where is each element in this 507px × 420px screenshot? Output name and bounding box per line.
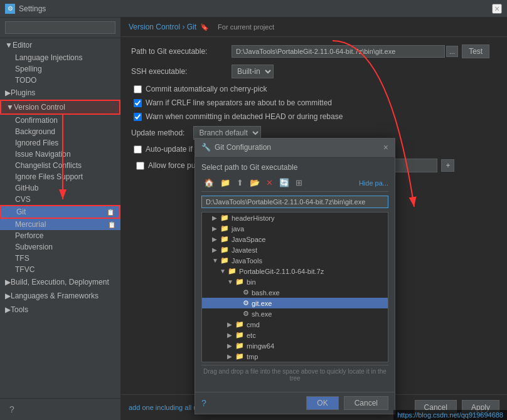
protected-add-button[interactable]: + xyxy=(441,159,454,172)
sidebar-section-version-control[interactable]: ▼ Version Control xyxy=(0,100,120,115)
tools-arrow-icon: ▶ xyxy=(5,305,11,314)
toolbar-refresh-button[interactable]: 🔄 xyxy=(277,177,292,189)
tree-item[interactable]: ▶📁mingw64 xyxy=(202,340,388,351)
breadcrumb-sep: › xyxy=(182,23,186,31)
tree-item[interactable]: ▶📁etc xyxy=(202,330,388,340)
tree-item[interactable]: ▼📁bin xyxy=(202,276,388,287)
cherry-pick-checkbox[interactable] xyxy=(134,85,142,93)
bookmark-icon: 🔖 xyxy=(200,23,209,31)
tree-item-label: bin xyxy=(247,278,256,286)
tree-item[interactable]: ▶📁java xyxy=(202,223,388,234)
tree-item[interactable]: ⚙git.exe xyxy=(202,298,388,308)
sidebar-item-cvs[interactable]: CVS xyxy=(0,194,120,205)
modal-footer: ? OK Cancel xyxy=(195,392,395,414)
path-browse-button[interactable]: ... xyxy=(446,46,458,57)
sidebar-item-background[interactable]: Background xyxy=(0,126,120,137)
sidebar-section-editor[interactable]: ▼ Editor xyxy=(0,38,120,52)
exe-icon: ⚙ xyxy=(243,299,249,307)
tools-label: Tools xyxy=(11,305,28,314)
mercurial-icon: 📋 xyxy=(108,221,115,228)
modal-help-button[interactable]: ? xyxy=(201,398,206,408)
tree-item[interactable]: ▶📁JavaSpace xyxy=(202,234,388,244)
sidebar-item-spelling[interactable]: Spelling xyxy=(0,63,120,75)
vc-label: Version Control xyxy=(14,103,65,112)
search-box[interactable] xyxy=(0,18,120,38)
window-close-button[interactable]: × xyxy=(492,4,502,14)
tree-item-label: tmp xyxy=(247,353,258,360)
breadcrumb-git: Git xyxy=(187,23,196,31)
modal-body: Select path to Git executable 🏠 📁 ⬆ 📂 ✕ … xyxy=(195,157,395,392)
breadcrumb: Version Control › Git xyxy=(129,23,196,31)
tree-item[interactable]: ▶📁cmd xyxy=(202,319,388,330)
sidebar-item-todo[interactable]: TODO xyxy=(0,75,120,86)
tree-item[interactable]: ▼📁PortableGit-2.11.0-64-bit.7z xyxy=(202,266,388,276)
lang-label: Languages & Frameworks xyxy=(11,291,99,300)
sidebar-section-plugins[interactable]: ▶ Plugins xyxy=(0,86,120,100)
cherry-pick-row: Commit automatically on cherry-pick xyxy=(131,85,497,93)
tree-arrow-icon: ▶ xyxy=(212,214,218,221)
tree-item[interactable]: ▶📁Javatest xyxy=(202,244,388,255)
tree-arrow-icon: ▶ xyxy=(227,342,233,349)
tree-item[interactable]: ▼📁JavaTools xyxy=(202,255,388,266)
toolbar-home-button[interactable]: 🏠 xyxy=(201,177,216,189)
sidebar-item-language-injections[interactable]: Language Injections xyxy=(0,52,120,63)
tree-item[interactable]: ▶📁usr xyxy=(202,362,388,362)
sidebar-section-build[interactable]: ▶ Build, Execution, Deployment xyxy=(0,275,120,289)
test-button[interactable]: Test xyxy=(462,45,489,58)
modal-header: 🔧 Git Configuration × xyxy=(195,139,395,157)
auto-update-checkbox[interactable] xyxy=(134,145,142,154)
sidebar-item-git[interactable]: Git 📋 xyxy=(0,205,120,219)
sidebar-item-confirmation[interactable]: Confirmation xyxy=(0,115,120,126)
tree-item-label: headerHistory xyxy=(232,214,274,222)
toolbar-delete-button[interactable]: ✕ xyxy=(264,177,275,189)
sidebar-item-changelist-conflicts[interactable]: Changelist Conflicts xyxy=(0,160,120,171)
sidebar: ▼ Editor Language Injections Spelling TO… xyxy=(0,18,121,420)
sidebar-section-tools[interactable]: ▶ Tools xyxy=(0,303,120,317)
warn-crlf-checkbox[interactable] xyxy=(134,99,142,107)
modal-path-input[interactable] xyxy=(201,196,388,208)
modal-ok-button[interactable]: OK xyxy=(306,396,338,410)
sidebar-item-issue-navigation[interactable]: Issue Navigation xyxy=(0,149,120,160)
ssh-label: SSH executable: xyxy=(131,67,232,76)
editor-label: Editor xyxy=(13,41,32,50)
lang-arrow-icon: ▶ xyxy=(5,291,11,300)
sidebar-item-tfs[interactable]: TFS xyxy=(0,253,120,264)
hide-path-link[interactable]: Hide pa... xyxy=(359,179,388,187)
plugins-label: Plugins xyxy=(11,88,35,97)
tree-item[interactable]: ⚙bash.exe xyxy=(202,287,388,298)
toolbar-new-folder-button[interactable]: 📂 xyxy=(247,177,262,189)
tree-item-label: JavaSpace xyxy=(232,236,265,243)
sidebar-section-languages[interactable]: ▶ Languages & Frameworks xyxy=(0,289,120,303)
folder-icon: 📁 xyxy=(235,278,244,286)
tree-item[interactable]: ▶📁headerHistory xyxy=(202,213,388,223)
sidebar-item-github[interactable]: GitHub xyxy=(0,182,120,194)
toolbar-up-button[interactable]: ⬆ xyxy=(234,177,246,189)
toolbar-grid-button[interactable]: ⊞ xyxy=(293,177,305,189)
sidebar-item-mercurial[interactable]: Mercurial 📋 xyxy=(0,219,120,230)
settings-icon: ⚙ xyxy=(5,4,15,14)
update-label: Update method: xyxy=(131,129,184,137)
tree-item-label: cmd xyxy=(247,321,260,328)
tree-item-label: Javatest xyxy=(232,246,257,254)
force-push-checkbox[interactable] xyxy=(136,162,144,170)
sidebar-item-ignored-files[interactable]: Ignored Files xyxy=(0,137,120,149)
tree-item-label: etc xyxy=(247,332,256,339)
tree-item-label: bash.exe xyxy=(252,289,280,297)
sidebar-item-perforce[interactable]: Perforce xyxy=(0,230,120,241)
tree-arrow-icon: ▼ xyxy=(220,268,226,275)
search-input[interactable] xyxy=(5,21,115,34)
modal-close-button[interactable]: × xyxy=(383,142,388,152)
path-input[interactable] xyxy=(232,45,445,58)
sidebar-item-ignore-files-support[interactable]: Ignore Files Support xyxy=(0,171,120,182)
help-button[interactable]: ? xyxy=(5,402,19,416)
modal-cancel-button[interactable]: Cancel xyxy=(344,396,388,410)
sidebar-item-tfvc[interactable]: TFVC xyxy=(0,264,120,275)
folder-icon: 📁 xyxy=(220,256,229,265)
sidebar-item-subversion[interactable]: Subversion xyxy=(0,241,120,253)
tree-arrow-icon: ▶ xyxy=(227,353,233,360)
tree-item[interactable]: ⚙sh.exe xyxy=(202,308,388,319)
tree-item[interactable]: ▶📁tmp xyxy=(202,351,388,362)
toolbar-folder-button[interactable]: 📁 xyxy=(218,177,233,189)
warn-detached-checkbox[interactable] xyxy=(134,113,142,121)
ssh-dropdown[interactable]: Built-in xyxy=(232,65,274,78)
